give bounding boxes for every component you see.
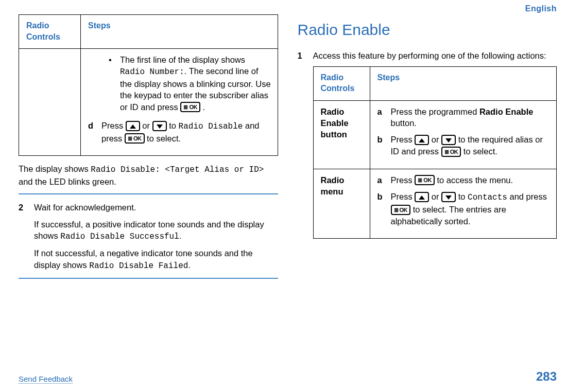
- step-number-1: 1: [298, 50, 313, 61]
- svg-marker-4: [419, 195, 425, 200]
- code-radio-disable: Radio Disable: [179, 122, 243, 131]
- table-row: Radio menu a Press to access the menu. b: [313, 169, 557, 238]
- step-2-success: If successful, a positive indicator tone…: [34, 219, 278, 243]
- bullet-icon: •: [109, 54, 120, 113]
- up-key-icon: [415, 192, 429, 202]
- step-d-text: Press or to Radio Disable and press to s…: [101, 120, 272, 144]
- table-header-steps: Steps: [370, 66, 557, 100]
- section-heading-radio-enable: Radio Enable: [298, 20, 557, 41]
- row-label-radio-menu: Radio menu: [313, 169, 370, 238]
- table-cell-empty: [19, 49, 81, 156]
- code-disable-successful: Radio Disable Successful: [60, 232, 179, 241]
- step-letter-a: a: [377, 106, 391, 129]
- page-number: 283: [536, 369, 557, 384]
- up-key-icon: [126, 121, 140, 131]
- svg-marker-2: [419, 138, 425, 142]
- ok-key-icon: [125, 133, 145, 144]
- ok-key-icon: [180, 102, 200, 112]
- ok-key-icon: [415, 175, 435, 185]
- language-label: English: [19, 4, 557, 13]
- divider: [19, 278, 278, 279]
- table-header-radio-controls: Radio Controls: [313, 66, 370, 100]
- svg-marker-0: [130, 124, 136, 129]
- step-letter-a: a: [377, 174, 391, 186]
- left-column: Radio Controls Steps • The first line of…: [19, 14, 278, 281]
- table-row: Radio Enable button a Press the programm…: [313, 100, 557, 169]
- up-key-icon: [415, 135, 429, 145]
- code-contacts: Contacts: [468, 193, 507, 202]
- radio-controls-table-left: Radio Controls Steps • The first line of…: [19, 14, 278, 156]
- step-a-text: Press to access the menu.: [391, 174, 552, 186]
- svg-marker-1: [157, 124, 163, 129]
- radio-controls-table-right: Radio Controls Steps Radio Enable button…: [313, 66, 557, 239]
- step-number-2: 2: [19, 202, 34, 213]
- step-letter-b: b: [377, 191, 391, 227]
- code-disable-target: Radio Disable: <Target Alias or ID>: [91, 165, 264, 174]
- step-2-text: Wait for acknowledgement.: [34, 202, 278, 213]
- down-key-icon: [441, 135, 456, 145]
- display-shows-paragraph: The display shows Radio Disable: <Target…: [19, 163, 278, 187]
- down-key-icon: [441, 192, 456, 202]
- bullet-text: The first line of the display shows Radi…: [120, 54, 272, 113]
- step-1-text: Access this feature by performing one of…: [313, 50, 557, 61]
- step-a-text: Press the programmed Radio Enable button…: [391, 106, 552, 129]
- right-column: Radio Enable 1 Access this feature by pe…: [298, 14, 557, 281]
- send-feedback-link[interactable]: Send Feedback: [19, 375, 73, 384]
- down-key-icon: [152, 121, 167, 131]
- divider: [19, 193, 278, 194]
- code-disable-failed: Radio Disable Failed: [89, 261, 188, 271]
- ok-key-icon: [441, 147, 461, 157]
- step-b-text: Press or to the required alias or ID and…: [391, 134, 552, 157]
- step-b-text: Press or to Contacts and press to select…: [391, 191, 552, 227]
- row-label-enable-button: Radio Enable button: [313, 100, 370, 169]
- row-steps-enable-button: a Press the programmed Radio Enable butt…: [370, 100, 557, 169]
- table-header-radio-controls: Radio Controls: [19, 15, 81, 49]
- ok-key-icon: [391, 205, 411, 215]
- step-letter-d: d: [88, 120, 101, 144]
- step-2-fail: If not successful, a negative indicator …: [34, 247, 278, 272]
- svg-marker-3: [445, 138, 452, 142]
- row-steps-radio-menu: a Press to access the menu. b Press o: [370, 169, 557, 238]
- code-radio-number: Radio Number:: [120, 67, 184, 77]
- table-cell-steps: • The first line of the display shows Ra…: [81, 49, 278, 156]
- table-header-steps: Steps: [81, 15, 278, 49]
- svg-marker-5: [445, 195, 452, 200]
- step-letter-b: b: [377, 134, 391, 157]
